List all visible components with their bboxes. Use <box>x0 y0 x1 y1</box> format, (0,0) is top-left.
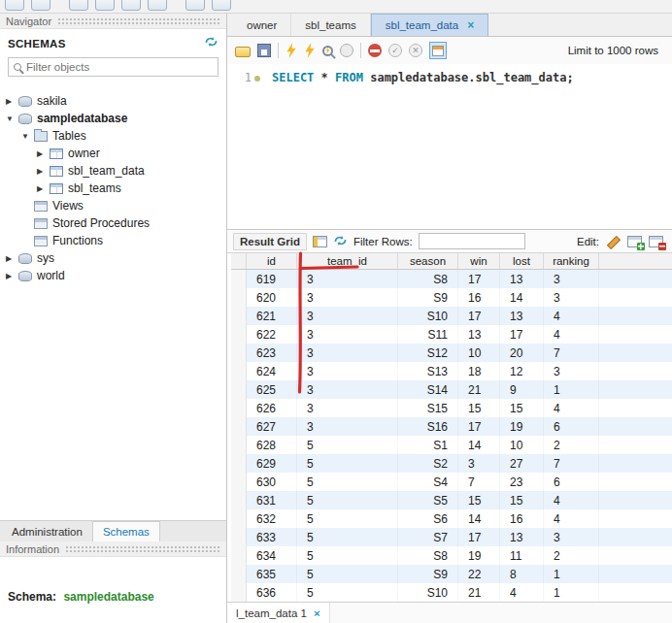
collapse-icon[interactable]: ▼ <box>21 132 34 141</box>
cell-season[interactable]: S2 <box>398 454 458 473</box>
cell-win[interactable]: 14 <box>458 509 500 528</box>
row-selector[interactable] <box>231 436 247 454</box>
cell-lost[interactable]: 13 <box>500 270 544 288</box>
cell-lost[interactable]: 15 <box>500 491 544 509</box>
stop-icon[interactable] <box>340 44 353 57</box>
cell-ranking[interactable]: 1 <box>544 380 599 399</box>
toolbar-icon[interactable] <box>148 0 167 11</box>
tree-item-sbl-teams[interactable]: ▶ sbl_teams <box>0 180 226 197</box>
cell-win[interactable]: 10 <box>458 344 500 362</box>
cell-team-id[interactable]: 5 <box>297 509 398 528</box>
cell-season[interactable]: S4 <box>398 473 458 491</box>
cell-ranking[interactable]: 7 <box>544 454 599 473</box>
cell-season[interactable]: S8 <box>398 546 458 565</box>
cell-id[interactable]: 626 <box>247 399 297 417</box>
cell-ranking[interactable]: 4 <box>544 491 599 509</box>
delete-row-icon[interactable] <box>649 236 663 247</box>
cell-id[interactable]: 635 <box>247 565 297 583</box>
close-icon[interactable]: × <box>467 18 474 32</box>
expand-icon[interactable]: ▶ <box>37 149 50 158</box>
tree-item-views[interactable]: Views <box>0 197 226 214</box>
cell-lost[interactable]: 17 <box>500 325 544 344</box>
cell-win[interactable]: 22 <box>458 565 500 583</box>
table-row[interactable]: 625 3 S14 21 9 1 <box>231 380 672 399</box>
cell-season[interactable]: S10 <box>398 307 458 325</box>
table-row[interactable]: 624 3 S13 18 12 3 <box>231 362 672 380</box>
cell-lost[interactable]: 13 <box>500 528 544 546</box>
cell-id[interactable]: 636 <box>247 583 297 602</box>
row-selector[interactable] <box>231 399 247 417</box>
table-row[interactable]: 631 5 S5 15 15 4 <box>231 491 672 509</box>
table-row[interactable]: 627 3 S16 17 19 6 <box>231 417 672 436</box>
tab-sbl-team-data[interactable]: sbl_team_data × <box>371 14 488 36</box>
cell-id[interactable]: 624 <box>247 362 297 380</box>
table-row[interactable]: 636 5 S10 21 4 1 <box>231 583 672 602</box>
toolbar-icon[interactable] <box>185 0 205 11</box>
edit-pencil-icon[interactable] <box>606 235 621 248</box>
autocommit-toggle-icon[interactable] <box>429 42 447 59</box>
expand-icon[interactable]: ▶ <box>37 167 50 176</box>
tree-item-sbl-team-data[interactable]: ▶ sbl_team_data <box>0 162 226 180</box>
table-row[interactable]: 621 3 S10 17 13 4 <box>231 307 672 325</box>
table-row[interactable]: 623 3 S12 10 20 7 <box>231 344 672 362</box>
toolbar-icon[interactable] <box>212 0 231 11</box>
cell-team-id[interactable]: 3 <box>297 417 398 436</box>
cell-ranking[interactable]: 4 <box>544 307 599 325</box>
row-selector[interactable] <box>231 380 247 399</box>
cell-win[interactable]: 17 <box>458 270 500 288</box>
cell-id[interactable]: 628 <box>247 436 297 454</box>
commit-icon[interactable]: ✓ <box>388 44 402 57</box>
cell-id[interactable]: 625 <box>247 380 297 399</box>
cell-lost[interactable]: 8 <box>500 565 544 583</box>
row-selector[interactable] <box>231 325 247 344</box>
cell-ranking[interactable]: 3 <box>544 528 599 546</box>
cell-lost[interactable]: 23 <box>500 473 544 491</box>
open-script-icon[interactable] <box>235 47 251 57</box>
cell-id[interactable]: 632 <box>247 509 297 528</box>
cell-season[interactable]: S11 <box>398 325 458 344</box>
refresh-schemas-icon[interactable] <box>204 36 218 50</box>
cell-ranking[interactable]: 2 <box>544 546 599 565</box>
cell-ranking[interactable]: 4 <box>544 399 599 417</box>
row-selector[interactable] <box>231 491 247 509</box>
toolbar-icon[interactable] <box>31 0 50 11</box>
rollback-icon[interactable]: ✕ <box>409 44 422 57</box>
cell-team-id[interactable]: 5 <box>297 528 398 546</box>
toolbar-icon[interactable] <box>5 0 24 11</box>
cell-lost[interactable]: 11 <box>500 546 544 565</box>
cell-team-id[interactable]: 3 <box>297 288 398 307</box>
table-row[interactable]: 628 5 S1 14 10 2 <box>231 436 672 454</box>
cell-ranking[interactable]: 6 <box>544 417 599 436</box>
cell-win[interactable]: 13 <box>458 325 500 344</box>
row-selector[interactable] <box>231 583 247 602</box>
cell-season[interactable]: S10 <box>398 583 458 602</box>
cell-id[interactable]: 623 <box>247 344 297 362</box>
cell-id[interactable]: 622 <box>247 325 297 344</box>
cell-lost[interactable]: 15 <box>500 399 544 417</box>
cell-lost[interactable]: 16 <box>500 509 544 528</box>
cell-team-id[interactable]: 5 <box>297 546 398 565</box>
cell-win[interactable]: 21 <box>458 380 500 399</box>
stop-on-error-icon[interactable] <box>368 44 382 57</box>
cell-season[interactable]: S7 <box>398 528 458 546</box>
toolbar-icon[interactable] <box>69 0 88 11</box>
cell-ranking[interactable]: 3 <box>544 270 599 288</box>
cell-lost[interactable]: 20 <box>500 344 544 362</box>
cell-win[interactable]: 17 <box>458 307 500 325</box>
expand-icon[interactable]: ▶ <box>6 272 18 280</box>
cell-ranking[interactable]: 4 <box>544 325 599 344</box>
result-tab[interactable]: l_team_data 1 × <box>227 603 330 623</box>
cell-lost[interactable]: 19 <box>500 417 544 436</box>
column-header-team-id[interactable]: team_id <box>297 253 398 269</box>
cell-lost[interactable]: 13 <box>500 307 544 325</box>
cell-win[interactable]: 21 <box>458 583 500 602</box>
toolbar-icon[interactable] <box>95 0 115 11</box>
cell-id[interactable]: 621 <box>247 307 297 325</box>
cell-season[interactable]: S6 <box>398 509 458 528</box>
cell-season[interactable]: S15 <box>398 399 458 417</box>
cell-team-id[interactable]: 3 <box>297 270 398 288</box>
tree-item-sampledatabase[interactable]: ▼ sampledatabase <box>0 110 226 127</box>
sql-editor[interactable]: 1 SELECT * FROM sampledatabase.sbl_team_… <box>227 64 672 229</box>
filter-objects-input[interactable] <box>26 61 213 73</box>
table-row[interactable]: 634 5 S8 19 11 2 <box>231 546 672 565</box>
